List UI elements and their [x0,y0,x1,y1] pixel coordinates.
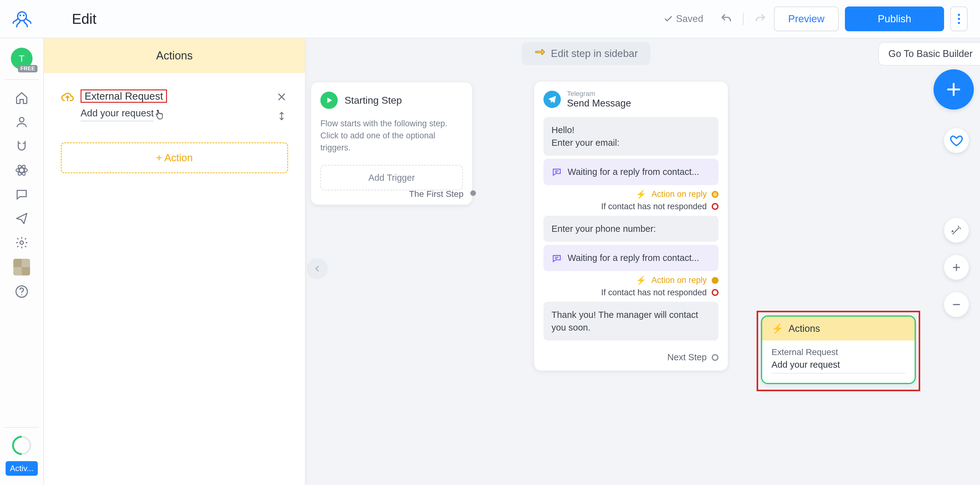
message-bubble[interactable]: Enter your phone number: [543,216,719,242]
nav-contacts[interactable] [14,114,30,130]
next-step-row[interactable]: Next Step [534,344,728,363]
reorder-block-button[interactable] [275,109,288,122]
output-port[interactable] [712,191,719,198]
reorder-icon [277,111,286,121]
external-request-block[interactable]: External Request Add your request [44,73,305,122]
no-response-row[interactable]: If contact has not responded [534,287,728,299]
action-on-reply-row[interactable]: ⚡ Action on reply [534,274,728,287]
nav-magnet[interactable] [14,138,30,154]
add-trigger-button[interactable]: Add Trigger [320,165,463,190]
no-response-label: If contact has not responded [601,202,707,211]
actions-card[interactable]: ⚡ Actions External Request Add your requ… [761,315,916,384]
msg-enter-email: Enter your email: [552,138,619,147]
waiting-bubble[interactable]: Waiting for a reply from contact... [543,245,719,271]
collapse-sidebar-button[interactable] [307,258,328,279]
actions-sidebar: Actions External Request Add your reques… [44,38,305,485]
app-logo[interactable] [0,8,44,29]
bolt-icon: ⚡ [772,323,784,334]
saved-indicator: Saved [663,13,703,24]
nav-rail: T FREE Activ... [0,38,44,485]
waiting-bubble[interactable]: Waiting for a reply from contact... [543,159,719,185]
edit-step-label: Edit step in sidebar [551,48,638,59]
telegram-icon [543,91,561,108]
send-icon [15,212,29,225]
svg-point-1 [19,14,21,16]
play-icon [320,92,338,109]
nav-atom[interactable] [14,162,30,178]
first-step-label: The First Step [409,189,463,199]
plan-badge: FREE [18,65,38,73]
connectors [305,38,398,85]
reply-icon [552,253,562,263]
bolt-icon: ⚡ [636,189,646,199]
atom-icon [15,163,29,177]
undo-icon [720,13,732,25]
publish-button[interactable]: Publish [845,6,944,31]
nav-settings[interactable] [14,235,30,251]
user-icon [15,115,29,129]
account-avatar[interactable]: T FREE [11,48,33,69]
action-on-reply-row[interactable]: ⚡ Action on reply [534,188,728,201]
card-title-block: Telegram Send Message [567,90,631,109]
external-request-subtitle[interactable]: Add your request [81,108,154,121]
plus-icon [951,262,962,273]
output-port[interactable] [470,190,476,196]
output-port[interactable] [712,354,719,361]
starting-step-card[interactable]: Starting Step Flow starts with the follo… [311,82,472,204]
reply-icon [552,166,562,177]
nav-chat[interactable] [14,186,30,203]
redo-button[interactable] [753,11,768,26]
undo-button[interactable] [719,11,734,26]
card-header: Starting Step [320,92,463,109]
svg-point-0 [18,12,26,21]
flow-canvas[interactable]: Edit step in sidebar Go To Basic Builder… [305,38,980,485]
actions-line2: Add your request [772,360,905,374]
zoom-out-fab[interactable] [944,292,969,317]
card-title: Send Message [567,98,631,109]
check-icon [663,14,673,24]
more-menu-button[interactable] [950,6,967,31]
redo-icon [754,13,767,25]
auto-layout-fab[interactable] [944,218,969,242]
favorite-fab[interactable] [944,128,969,153]
minus-icon [951,299,962,310]
svg-point-6 [19,117,24,122]
action-on-reply-label: Action on reply [651,189,707,199]
remove-block-button[interactable] [275,90,288,103]
output-port[interactable] [712,203,719,210]
svg-point-3 [958,14,960,16]
card-header: Telegram Send Message [534,90,728,114]
rail-bottom: Activ... [5,425,39,485]
nav-help[interactable] [14,284,30,300]
heart-icon [950,134,963,147]
output-port[interactable] [712,289,719,296]
block-controls [275,90,288,122]
no-response-row[interactable]: If contact has not responded [534,201,728,212]
close-icon [277,92,286,102]
start-line2: Click to add one of the optional trigger… [320,130,463,154]
card-body: External Request Add your request [762,341,915,383]
activate-button[interactable]: Activ... [6,461,38,476]
go-basic-builder-button[interactable]: Go To Basic Builder [878,42,980,66]
add-step-fab[interactable] [934,69,974,109]
send-message-card[interactable]: Telegram Send Message Hello! Enter your … [534,82,728,371]
msg-hello: Hello! [552,125,574,135]
nav-image-item[interactable] [13,259,30,276]
nav-home[interactable] [14,90,30,106]
octopus-logo-icon [11,8,33,29]
add-action-button[interactable]: + Action [61,143,288,173]
kebab-icon [958,14,960,24]
action-on-reply-label: Action on reply [651,276,707,285]
preview-button[interactable]: Preview [774,6,839,31]
message-bubble[interactable]: Hello! Enter your email: [543,117,719,156]
svg-point-10 [20,241,24,244]
waiting-label: Waiting for a reply from contact... [568,166,699,178]
output-port[interactable] [712,277,719,284]
edit-step-pill[interactable]: Edit step in sidebar [522,42,650,65]
msg-enter-phone: Enter your phone number: [552,224,656,234]
svg-point-4 [958,18,960,20]
zoom-in-fab[interactable] [944,255,969,280]
gear-icon [15,236,29,249]
message-bubble[interactable]: Thank you! The manager will contact you … [543,302,719,341]
nav-send[interactable] [14,211,30,227]
